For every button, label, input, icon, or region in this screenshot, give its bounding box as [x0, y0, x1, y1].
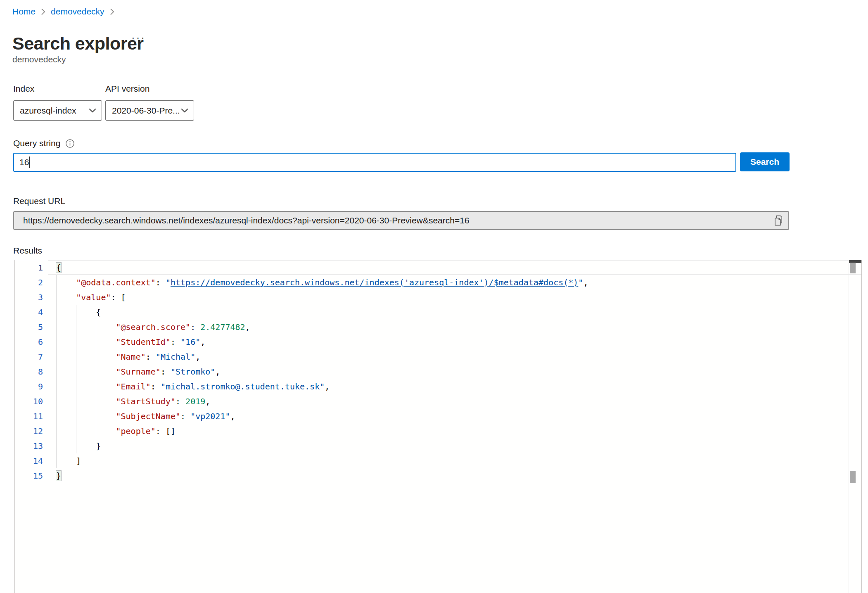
- results-label: Results: [13, 246, 42, 256]
- info-icon[interactable]: [65, 139, 75, 148]
- chevron-down-icon: [181, 108, 188, 113]
- code-token: [56, 337, 116, 347]
- code-token: "Name": [116, 352, 146, 362]
- chevron-right-icon: [109, 8, 115, 16]
- code-token: [56, 278, 76, 287]
- indent-guide: [76, 364, 76, 379]
- page-subtitle: demovedecky: [12, 55, 66, 64]
- code-token: :: [161, 367, 171, 377]
- indent-guide: [96, 364, 96, 379]
- code-line[interactable]: 10 "StartStudy": 2019,: [15, 394, 861, 409]
- code-line-content: "value": [: [48, 290, 861, 305]
- api-version-label: API version: [105, 84, 149, 94]
- code-token: :: [151, 382, 161, 391]
- indent-guide: [76, 424, 76, 439]
- code-token: ,: [230, 411, 235, 421]
- code-line[interactable]: 11 "SubjectName": "vp2021",: [15, 409, 861, 424]
- code-line[interactable]: 4 {: [15, 305, 861, 320]
- breadcrumb: Homedemovedecky: [12, 7, 115, 17]
- code-line[interactable]: 7 "Name": "Michal",: [15, 349, 861, 364]
- code-token: [56, 382, 116, 391]
- line-number: 2: [15, 275, 48, 290]
- request-url-field[interactable]: https://demovedecky.search.windows.net/i…: [13, 211, 789, 230]
- indent-guide: [96, 320, 96, 334]
- code-token: : [: [111, 292, 126, 302]
- indent-guide: [56, 334, 57, 349]
- indent-guide: [56, 290, 57, 305]
- indent-guide: [56, 349, 57, 364]
- indent-guide: [56, 305, 57, 320]
- indent-guide: [76, 409, 76, 424]
- code-token: 2019: [185, 396, 205, 406]
- indent-guide: [76, 439, 76, 453]
- code-line[interactable]: 6 "StudentId": "16",: [15, 334, 861, 349]
- text-caret: [29, 157, 30, 168]
- code-line-content: "@search.score": 2.4277482,: [48, 320, 861, 334]
- line-number: 9: [15, 379, 48, 394]
- code-line-content: "Email": "michal.stromko@.student.tuke.s…: [48, 379, 861, 394]
- index-select-value: azuresql-index: [20, 106, 76, 116]
- breadcrumb-link[interactable]: Home: [12, 7, 36, 17]
- code-token: "vp2021": [190, 411, 230, 421]
- indent-guide: [56, 424, 57, 439]
- indent-guide: [96, 349, 96, 364]
- code-token: ,: [215, 367, 220, 377]
- line-number: 15: [15, 468, 48, 483]
- code-token: :: [175, 396, 185, 406]
- indent-guide: [56, 364, 57, 379]
- copy-button[interactable]: [773, 214, 783, 227]
- code-line-content: "@odata.context": "https://demovedecky.s…: [48, 275, 861, 290]
- index-select[interactable]: azuresql-index: [13, 100, 102, 121]
- code-line[interactable]: 3 "value": [: [15, 290, 861, 305]
- code-link[interactable]: https://demovedecky.search.windows.net/i…: [171, 278, 578, 287]
- results-code-editor[interactable]: 1{2 "@odata.context": "https://demovedec…: [14, 260, 862, 593]
- code-token: [56, 411, 116, 421]
- code-line-content: "Surname": "Stromko",: [48, 364, 861, 379]
- scrollbar-mark: [850, 263, 856, 273]
- code-token: ,: [195, 352, 200, 362]
- code-token: 2.4277482: [200, 322, 245, 332]
- code-token: "Email": [116, 382, 151, 391]
- editor-lines: 1{2 "@odata.context": "https://demovedec…: [15, 260, 861, 483]
- code-line[interactable]: 1{: [15, 260, 861, 275]
- indent-guide: [56, 409, 57, 424]
- code-token: }: [56, 441, 101, 451]
- more-menu-button[interactable]: ···: [131, 32, 146, 43]
- chevron-down-icon: [89, 108, 96, 113]
- api-version-select[interactable]: 2020-06-30-Pre...: [105, 100, 194, 121]
- code-line[interactable]: 9 "Email": "michal.stromko@.student.tuke…: [15, 379, 861, 394]
- code-line[interactable]: 2 "@odata.context": "https://demovedecky…: [15, 275, 861, 290]
- code-line-content: "Name": "Michal",: [48, 349, 861, 364]
- index-label: Index: [13, 84, 34, 94]
- line-number: 11: [15, 409, 48, 424]
- code-line[interactable]: 8 "Surname": "Stromko",: [15, 364, 861, 379]
- code-line-content: "people": []: [48, 424, 861, 439]
- code-line[interactable]: 15}: [15, 468, 861, 483]
- search-button[interactable]: Search: [740, 152, 790, 171]
- editor-scrollbar[interactable]: [849, 260, 861, 593]
- indent-guide: [76, 334, 76, 349]
- query-string-label: Query string: [13, 138, 60, 148]
- code-token: :: [190, 322, 200, 332]
- code-line[interactable]: 5 "@search.score": 2.4277482,: [15, 320, 861, 334]
- code-token: ": [578, 278, 583, 287]
- query-string-input[interactable]: 16: [13, 153, 736, 172]
- line-number: 8: [15, 364, 48, 379]
- code-line[interactable]: 13 }: [15, 439, 861, 453]
- code-token: "@odata.context": [76, 278, 156, 287]
- line-number: 13: [15, 439, 48, 453]
- line-number: 5: [15, 320, 48, 334]
- indent-guide: [76, 320, 76, 334]
- code-line[interactable]: 14 ]: [15, 453, 861, 468]
- code-line-content: }: [48, 439, 861, 453]
- code-token: "16": [180, 337, 200, 347]
- code-line[interactable]: 12 "people": []: [15, 424, 861, 439]
- code-line-content: "StudentId": "16",: [48, 334, 861, 349]
- indent-guide: [76, 305, 76, 320]
- code-token: {: [56, 307, 101, 317]
- page-title: Search explorer: [12, 33, 144, 54]
- line-number: 12: [15, 424, 48, 439]
- indent-guide: [56, 453, 57, 468]
- breadcrumb-link[interactable]: demovedecky: [51, 7, 104, 17]
- code-token: "people": [116, 426, 156, 436]
